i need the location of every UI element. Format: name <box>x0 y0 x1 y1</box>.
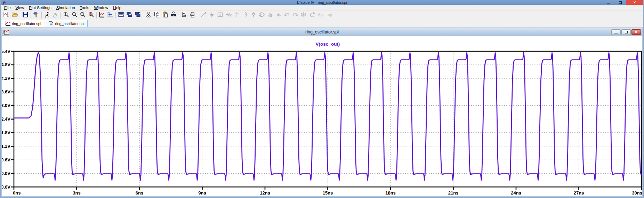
zoom-area-icon <box>63 11 70 20</box>
halt-button[interactable] <box>51 11 59 20</box>
net-label-button: A <box>216 11 224 20</box>
spice-directive-button: .op <box>324 11 333 20</box>
redo-button <box>291 11 299 20</box>
autorange-icon <box>98 11 105 20</box>
y-tick-label: 1.2V <box>2 144 10 149</box>
cut-icon <box>145 11 152 20</box>
cut-button[interactable] <box>144 11 153 20</box>
zoom-back-icon <box>71 11 78 20</box>
y-tick-label: 3.0V <box>2 103 10 108</box>
open-button[interactable] <box>10 11 19 20</box>
minimize-icon <box>607 3 610 3</box>
mdi-client-area: ring_oscillator.spi ✕ 5.4V4.8V4.2V3.6V3.… <box>1 28 643 197</box>
toolbar-separator <box>115 12 116 18</box>
toolbar-separator <box>179 12 179 18</box>
zoom-out-button[interactable] <box>79 11 87 20</box>
print-button[interactable] <box>188 11 197 20</box>
text-icon: Aa <box>317 11 324 20</box>
zoom-area-button[interactable] <box>62 11 70 20</box>
waveform-chart[interactable]: 5.4V4.8V4.2V3.6V3.0V2.4V1.8V1.2V0.6V0.0V… <box>2 36 642 196</box>
menu-window[interactable]: Window <box>91 5 111 10</box>
print-preview-button[interactable] <box>180 11 188 20</box>
svg-text:A: A <box>219 13 222 16</box>
capacitor-button <box>233 11 241 20</box>
netlist-document-icon <box>48 21 54 26</box>
spice-directive-icon: .op <box>325 11 332 20</box>
x-tick-label: 21ns <box>448 190 459 196</box>
save-icon <box>22 11 29 20</box>
menu-help[interactable]: Help <box>111 5 124 10</box>
y-tick-label: 5.4V <box>2 49 10 54</box>
waveform-plot-panel[interactable]: 5.4V4.8V4.2V3.6V3.0V2.4V1.8V1.2V0.6V0.0V… <box>2 36 642 196</box>
run-button[interactable] <box>43 11 51 20</box>
x-tick-label: 24ns <box>511 190 521 196</box>
find-button[interactable] <box>169 11 178 20</box>
toolbar-separator <box>31 12 31 18</box>
y-tick-label: 4.8V <box>2 62 10 67</box>
menu-view[interactable]: View <box>13 5 27 10</box>
menubar: FileViewPlot SettingsSimulationToolsWind… <box>1 5 643 10</box>
menu-tools[interactable]: Tools <box>78 5 92 10</box>
run-icon <box>43 11 50 20</box>
text-button: Aa <box>316 11 324 20</box>
resistor-button <box>224 11 233 20</box>
inductor-button <box>241 11 249 20</box>
tile-horizontal-icon <box>118 11 124 20</box>
x-tick-label: 15ns <box>323 190 333 196</box>
y-tick-label: 4.2V <box>2 76 10 81</box>
trace-legend[interactable]: V(osc_out) <box>316 41 340 47</box>
svg-text:.op: .op <box>326 13 332 17</box>
close-icon: ✕ <box>633 1 636 4</box>
toolbar-separator <box>61 12 61 18</box>
component-icon <box>258 11 265 20</box>
maximize-button[interactable] <box>614 0 626 5</box>
x-tick-label: 9ns <box>198 190 206 196</box>
inductor-icon <box>242 11 249 20</box>
child-close-button[interactable]: ✕ <box>631 29 641 35</box>
control-panel-button[interactable] <box>32 11 40 20</box>
copy-icon <box>153 11 160 20</box>
zoom-back-button[interactable] <box>70 11 79 20</box>
x-tick-label: 3ns <box>73 190 80 196</box>
menu-plot-settings[interactable]: Plot Settings <box>26 5 54 10</box>
tile-horizontal-button[interactable] <box>117 11 125 20</box>
copy-button[interactable] <box>153 11 161 20</box>
tile-vertical-button[interactable] <box>134 11 142 20</box>
find-icon <box>170 11 177 20</box>
y-tick-label: 2.4V <box>2 116 10 122</box>
undo-button <box>283 11 291 20</box>
net-label-icon: A <box>217 11 224 20</box>
paste-icon <box>162 11 169 20</box>
new-plot-button[interactable] <box>2 11 10 20</box>
x-tick-label: 12ns <box>260 190 270 196</box>
tab-1-ring_oscillator-spi[interactable]: ring_oscillator.spi <box>2 20 44 27</box>
mirror-button <box>299 11 308 20</box>
plot-settings-button[interactable] <box>106 11 114 20</box>
diode-button <box>249 11 258 20</box>
paste-button[interactable] <box>161 11 169 20</box>
new-plot-icon <box>3 11 10 20</box>
oscillator-output-trace[interactable] <box>14 53 642 180</box>
tabbar: ring_oscillator.spiring_oscillator.spi <box>1 20 643 28</box>
close-button[interactable]: ✕ <box>626 0 643 5</box>
toolbar-separator <box>41 12 42 18</box>
drag-icon <box>275 11 282 20</box>
cascade-button[interactable] <box>125 11 134 20</box>
main-titlebar: LTspice IV - ring_oscillator.spi ✕ <box>1 0 643 5</box>
save-button[interactable] <box>21 11 30 20</box>
window-title: LTspice IV - ring_oscillator.spi <box>1 0 643 5</box>
menu-file[interactable]: File <box>2 5 13 10</box>
child-restore-button[interactable] <box>621 29 631 35</box>
autorange-button[interactable] <box>98 11 106 20</box>
zoom-fit-button[interactable] <box>87 11 95 20</box>
x-tick-label: 0ns <box>13 190 21 196</box>
child-minimize-button[interactable] <box>611 29 621 35</box>
component-button <box>258 11 266 20</box>
tab-2-ring_oscillator-spi[interactable]: ring_oscillator.spi <box>45 20 87 27</box>
rotate-icon <box>308 11 315 20</box>
menu-simulation[interactable]: Simulation <box>54 5 78 10</box>
x-tick-label: 30ns <box>632 190 642 196</box>
minimize-button[interactable] <box>603 0 614 5</box>
y-tick-label: 0.6V <box>2 157 10 162</box>
resistor-icon <box>225 11 232 20</box>
